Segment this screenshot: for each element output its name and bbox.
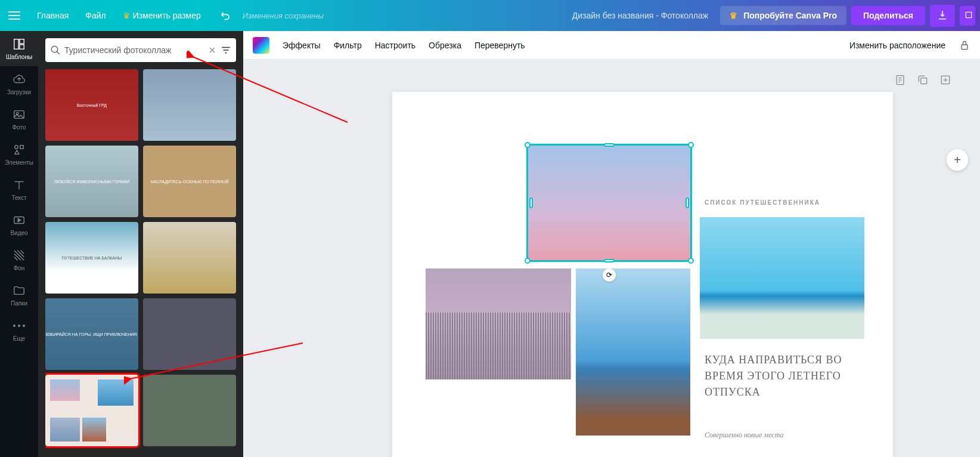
- svg-point-10: [23, 325, 25, 327]
- crown-icon: ♛: [123, 11, 131, 20]
- rail-label: Шаблоны: [6, 54, 32, 60]
- resize-handle[interactable]: [686, 197, 689, 208]
- resize-handle[interactable]: [604, 259, 615, 263]
- template-thumb[interactable]: ПУТЕШЕСТВИЕ НА БАЛКАНЫ: [45, 222, 138, 294]
- save-status: Изменения сохранены: [243, 11, 324, 20]
- context-toolbar: Эффекты Фильтр Настроить Обрезка Перевер…: [243, 31, 980, 60]
- image-marsh[interactable]: [426, 268, 571, 379]
- canvas-area[interactable]: + СПИСОК ПУТЕШЕСТВЕННИКА КУДА НАПРАВИТЬС…: [243, 60, 980, 457]
- rail-background[interactable]: Фон: [0, 242, 38, 277]
- file-button[interactable]: Файл: [77, 6, 114, 25]
- templates-panel: Восточный ГРД ЛЮБУЙСЯ ЖИВОПИСНЫМИ ГОРАМИ…: [38, 31, 243, 457]
- svg-rect-1: [20, 39, 24, 44]
- text-icon: [12, 178, 26, 192]
- template-grid: Восточный ГРД ЛЮБУЙСЯ ЖИВОПИСНЫМИ ГОРАМИ…: [45, 69, 236, 449]
- resize-handle[interactable]: [688, 142, 694, 148]
- rail-label: Фон: [14, 265, 25, 271]
- rail-uploads[interactable]: Загрузки: [0, 66, 38, 101]
- design-title[interactable]: Дизайн без названия - Фотоколлаж: [324, 11, 720, 20]
- rail-text[interactable]: Текст: [0, 172, 38, 207]
- resize-handle[interactable]: [604, 143, 615, 147]
- flip-button[interactable]: Перевернуть: [475, 41, 525, 50]
- download-button[interactable]: [930, 5, 955, 27]
- home-button[interactable]: Главная: [29, 6, 77, 25]
- search-input[interactable]: [64, 45, 204, 55]
- rail-label: Видео: [10, 230, 27, 236]
- upload-icon: [12, 72, 26, 87]
- rail-label: Фото: [13, 124, 26, 131]
- svg-rect-12: [962, 45, 967, 50]
- template-thumb[interactable]: НАСЛАДИТЕСЬ ОСЕНЬЮ ПО ПОЛНОЙ: [143, 146, 236, 217]
- rail-label: Элементы: [5, 159, 33, 166]
- text-subtitle[interactable]: Совершенно новые места: [705, 431, 784, 440]
- resize-handle[interactable]: [529, 197, 533, 208]
- resize-button[interactable]: ♛Изменить размер: [114, 6, 209, 25]
- rail-label: Папки: [11, 300, 27, 307]
- design-page[interactable]: СПИСОК ПУТЕШЕСТВЕННИКА КУДА НАПРАВИТЬСЯ …: [392, 92, 893, 457]
- left-rail: Шаблоны Загрузки Фото Элементы Текст Вид…: [0, 31, 38, 457]
- add-fab[interactable]: +: [947, 149, 968, 171]
- add-page-icon[interactable]: [939, 74, 951, 86]
- header-left-group: Главная Файл ♛Изменить размер Изменения …: [0, 6, 324, 25]
- app-header: Главная Файл ♛Изменить размер Изменения …: [0, 0, 980, 31]
- canvas-tools: [894, 74, 951, 86]
- svg-rect-2: [20, 45, 24, 49]
- notes-icon[interactable]: [894, 74, 906, 86]
- undo-icon[interactable]: [220, 10, 232, 21]
- color-swatch[interactable]: [253, 37, 269, 54]
- svg-rect-6: [20, 146, 24, 149]
- image-beach[interactable]: [700, 217, 864, 339]
- try-pro-button[interactable]: ♛Попробуйте Canva Pro: [720, 6, 846, 25]
- folder-icon: [12, 283, 26, 298]
- resize-handle[interactable]: [688, 258, 694, 264]
- effects-button[interactable]: Эффекты: [283, 41, 321, 50]
- resize-handle[interactable]: [525, 142, 531, 148]
- rail-more[interactable]: Еще: [0, 313, 38, 348]
- rail-folders[interactable]: Папки: [0, 277, 38, 313]
- publish-button[interactable]: [960, 6, 975, 26]
- resize-handle[interactable]: [525, 258, 531, 264]
- text-list-title[interactable]: СПИСОК ПУТЕШЕСТВЕННИКА: [705, 199, 820, 206]
- text-headline[interactable]: КУДА НАПРАВИТЬСЯ ВО ВРЕМЯ ЭТОГО ЛЕТНЕГО …: [705, 352, 854, 400]
- adjust-button[interactable]: Настроить: [375, 41, 415, 50]
- svg-rect-0: [14, 39, 18, 50]
- template-thumb[interactable]: ВЗБИРАЙСЯ НА ГОРЫ. ИЩИ ПРИКЛЮЧЕНИЯ.: [45, 298, 138, 370]
- template-thumb[interactable]: Восточный ГРД: [45, 69, 138, 141]
- chevron-icon: [965, 11, 973, 19]
- svg-rect-14: [921, 78, 927, 84]
- search-icon: [50, 45, 61, 55]
- crop-button[interactable]: Обрезка: [429, 41, 461, 50]
- template-thumb[interactable]: [143, 298, 236, 370]
- position-button[interactable]: Изменить расположение: [849, 41, 945, 50]
- svg-point-11: [51, 46, 58, 53]
- search-bar: [45, 38, 236, 62]
- share-button[interactable]: Поделиться: [851, 6, 925, 25]
- template-thumb-selected[interactable]: [45, 375, 138, 446]
- clear-icon[interactable]: [207, 45, 217, 55]
- template-thumb[interactable]: [143, 222, 236, 294]
- template-thumb[interactable]: ЛЮБУЙСЯ ЖИВОПИСНЫМИ ГОРАМИ: [45, 146, 138, 217]
- template-thumb[interactable]: [143, 375, 236, 446]
- rail-video[interactable]: Видео: [0, 207, 38, 242]
- rail-photos[interactable]: Фото: [0, 101, 38, 137]
- image-selected-sky[interactable]: ⟳: [528, 146, 690, 260]
- video-icon: [12, 213, 26, 227]
- rail-label: Загрузки: [7, 89, 31, 95]
- elements-icon: [12, 143, 26, 157]
- photo-icon: [12, 107, 26, 122]
- filter-icon[interactable]: [221, 45, 231, 55]
- filter-button[interactable]: Фильтр: [334, 41, 362, 50]
- image-ocean[interactable]: [576, 268, 690, 436]
- svg-point-9: [18, 325, 20, 327]
- template-thumb[interactable]: [143, 69, 236, 141]
- menu-icon[interactable]: [8, 11, 20, 20]
- rail-templates[interactable]: Шаблоны: [0, 31, 38, 66]
- rail-label: Еще: [13, 335, 25, 342]
- lock-icon[interactable]: [959, 39, 970, 51]
- rail-elements[interactable]: Элементы: [0, 137, 38, 172]
- header-right-group: ♛Попробуйте Canva Pro Поделиться: [720, 5, 980, 27]
- rotate-handle[interactable]: ⟳: [603, 268, 616, 282]
- svg-point-5: [15, 146, 18, 149]
- crown-icon: ♛: [730, 11, 737, 20]
- duplicate-icon[interactable]: [917, 74, 929, 86]
